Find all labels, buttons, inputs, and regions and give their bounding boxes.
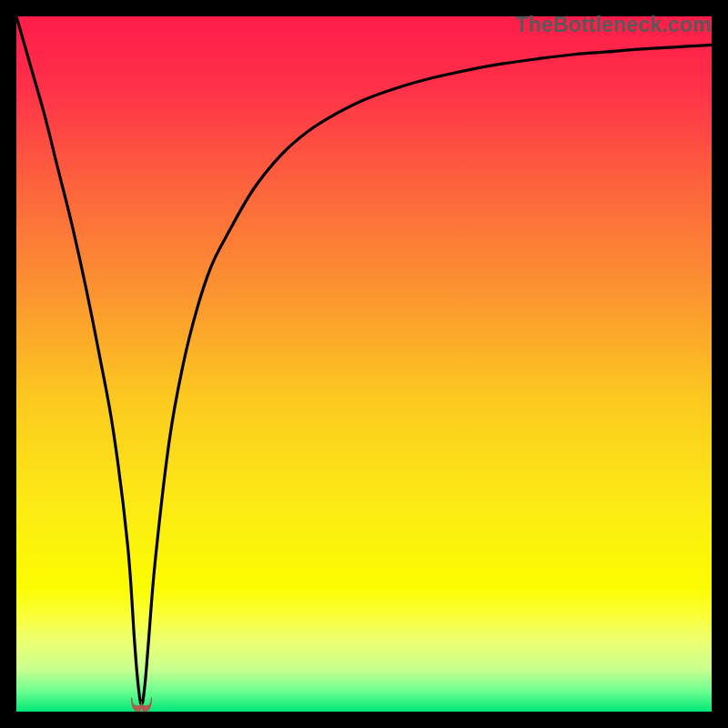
gradient-background: [16, 16, 712, 712]
plot-area: [16, 16, 712, 712]
chart-frame: TheBottleneck.com: [0, 0, 728, 728]
watermark-text: TheBottleneck.com: [515, 13, 712, 37]
chart-svg: [16, 16, 712, 712]
